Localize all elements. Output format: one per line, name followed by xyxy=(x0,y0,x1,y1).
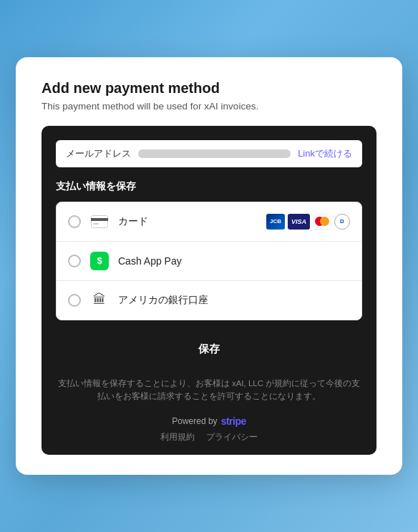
svg-rect-0 xyxy=(92,215,108,227)
inner-panel: メールアドレス Linkで続ける 支払い情報を保存 カード JC xyxy=(42,126,376,455)
email-row: メールアドレス Linkで続ける xyxy=(56,140,362,167)
cash-app-icon-container: $ xyxy=(89,251,110,271)
save-button[interactable]: 保存 xyxy=(56,332,362,367)
payment-options-list: カード JCB VISA D $ Cash App Pay xyxy=(56,202,362,320)
mc-right-circle xyxy=(320,217,329,226)
svg-rect-1 xyxy=(91,218,108,221)
payment-modal: Add new payment method This payment meth… xyxy=(16,57,402,476)
cash-app-label: Cash App Pay xyxy=(118,255,350,267)
page-title: Add new payment method xyxy=(42,80,376,97)
stripe-logo: stripe xyxy=(221,415,246,427)
card-label: カード xyxy=(118,215,258,228)
cash-app-icon: $ xyxy=(90,252,109,270)
card-badges: JCB VISA D xyxy=(266,214,350,230)
powered-by-row: Powered by stripe xyxy=(56,415,362,427)
visa-badge: VISA xyxy=(288,214,310,230)
card-icon xyxy=(89,212,110,232)
payment-option-cash-app[interactable]: $ Cash App Pay xyxy=(57,242,361,281)
bank-label: アメリカの銀行口座 xyxy=(118,294,350,307)
bank-icon: 🏛 xyxy=(93,292,106,307)
jcb-badge: JCB xyxy=(266,214,285,230)
radio-card[interactable] xyxy=(68,215,81,228)
svg-rect-2 xyxy=(93,223,99,225)
radio-bank[interactable] xyxy=(68,294,81,307)
bank-icon-container: 🏛 xyxy=(89,290,110,310)
footer-links: 利用規約 プライバシー xyxy=(56,431,362,443)
page-subtitle: This payment method will be used for xAI… xyxy=(42,101,376,112)
diners-badge: D xyxy=(334,214,350,230)
section-title: 支払い情報を保存 xyxy=(56,180,362,193)
email-label: メールアドレス xyxy=(66,147,131,160)
link-continue-btn[interactable]: Linkで続ける xyxy=(298,147,352,160)
privacy-link[interactable]: プライバシー xyxy=(206,431,258,443)
terms-text: 支払い情報を保存することにより、お客様は xAI, LLC が規約に従って今後の… xyxy=(56,377,362,403)
email-value-placeholder xyxy=(138,149,291,158)
powered-by-text: Powered by xyxy=(172,416,217,426)
terms-link[interactable]: 利用規約 xyxy=(160,431,195,443)
payment-option-bank[interactable]: 🏛 アメリカの銀行口座 xyxy=(57,281,361,320)
radio-cash-app[interactable] xyxy=(68,255,81,267)
payment-option-card[interactable]: カード JCB VISA D xyxy=(57,202,361,242)
mastercard-badge xyxy=(313,214,331,230)
